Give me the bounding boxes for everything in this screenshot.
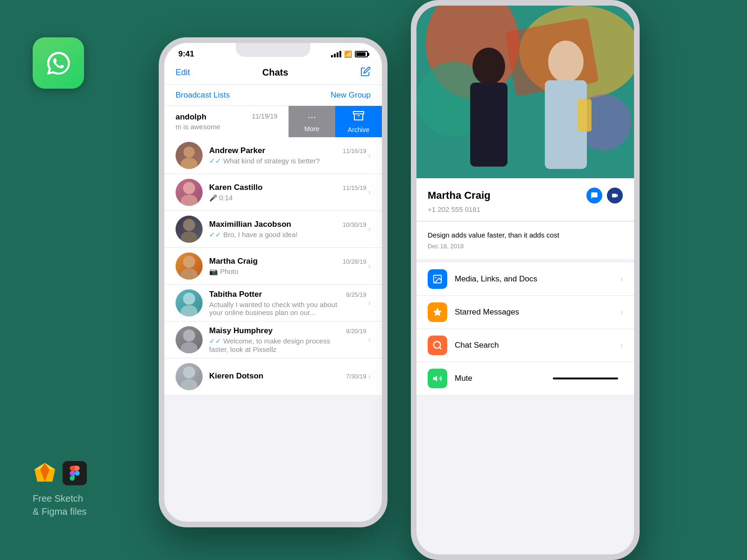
chevron-right-icon: › (368, 336, 371, 344)
list-item[interactable]: Karen Castillo 11/15/19 🎤 0:14 › (164, 174, 382, 211)
swipe-chat-content[interactable]: andolph 11/19/19 m is awesome (164, 106, 289, 137)
edit-button[interactable]: Edit (176, 68, 190, 77)
media-icon (428, 269, 447, 289)
svg-point-31 (548, 41, 584, 83)
chats-title: Chats (262, 67, 289, 78)
chat-body: Maisy Humphrey 8/20/19 ✓✓ Welcome, to ma… (209, 326, 366, 353)
chat-preview: Actually I wanted to check with you abou… (209, 301, 349, 316)
media-links-docs-item[interactable]: Media, Links, and Docs › (416, 263, 634, 296)
starred-messages-label: Starred Messages (455, 308, 519, 317)
search-icon (428, 336, 447, 355)
svg-point-22 (181, 379, 197, 390)
chat-search-item[interactable]: Chat Search › (416, 329, 634, 362)
chevron-right-icon: › (368, 372, 371, 381)
chevron-right-icon: › (368, 188, 371, 196)
chat-body: Maximillian Jacobson 10/30/19 ✓✓ Bro, I … (209, 220, 366, 239)
svg-point-9 (183, 147, 195, 158)
chat-date: 11/15/19 (343, 184, 366, 191)
avatar (176, 326, 203, 353)
nav-bar: Edit Chats (164, 63, 382, 85)
list-item[interactable]: Kieren Dotson 7/30/19 › (164, 358, 382, 395)
chat-list: Andrew Parker 11/16/19 ✓✓ What kind of s… (164, 137, 382, 395)
svg-point-15 (183, 256, 195, 268)
chat-body: Tabitha Potter 8/25/19 Actually I wanted… (209, 290, 366, 316)
contact-name: Martha Craig (428, 189, 490, 202)
chevron-right-icon: › (368, 225, 371, 233)
svg-point-12 (181, 195, 197, 206)
contact-phone: +1 202 555 0181 (428, 205, 623, 213)
contact-info-card: Martha Craig +1 202 555 0181 (416, 178, 634, 221)
chat-search-label: Chat Search (455, 341, 499, 350)
svg-point-29 (472, 48, 505, 85)
list-item[interactable]: Maximillian Jacobson 10/30/19 ✓✓ Bro, I … (164, 211, 382, 248)
svg-point-10 (181, 158, 197, 169)
avatar (176, 363, 203, 390)
chat-date: 8/20/19 (346, 328, 366, 335)
avatar (176, 179, 203, 206)
chat-preview: ✓✓ Welcome, to make design process faste… (209, 337, 349, 353)
chat-body: Martha Craig 10/28/19 📷 Photo (209, 257, 366, 276)
chat-preview: ✓✓ Bro, I have a good idea! (209, 231, 297, 238)
more-button[interactable]: ··· More (289, 106, 335, 137)
swipe-action-buttons: ··· More Archive (289, 106, 382, 137)
swipe-preview: m is awesome (176, 123, 277, 131)
list-item[interactable]: Tabitha Potter 8/25/19 Actually I wanted… (164, 285, 382, 322)
svg-marker-36 (433, 308, 442, 316)
star-icon (428, 302, 447, 322)
free-files-label: Free Sketch & Figma files (33, 492, 87, 518)
archive-button[interactable]: Archive (335, 106, 382, 137)
swipe-date: 11/19/19 (252, 112, 278, 122)
contact-action-icons (586, 188, 623, 203)
chevron-right-icon: › (620, 308, 623, 316)
chat-date: 10/28/19 (343, 258, 366, 265)
swipe-row: andolph 11/19/19 m is awesome ··· More (164, 106, 382, 137)
bottom-bar-indicator (553, 378, 618, 379)
compose-button[interactable] (360, 66, 371, 79)
contact-photo (416, 6, 634, 178)
svg-point-21 (183, 366, 195, 378)
new-group-button[interactable]: New Group (331, 91, 371, 100)
sketch-icon (33, 461, 57, 485)
figma-icon (63, 461, 87, 485)
svg-line-38 (439, 347, 441, 349)
list-item[interactable]: Maisy Humphrey 8/20/19 ✓✓ Welcome, to ma… (164, 322, 382, 358)
video-call-button[interactable] (607, 188, 623, 203)
more-label: More (304, 125, 319, 133)
broadcast-lists-button[interactable]: Broadcast Lists (176, 91, 230, 100)
quote-text: Design adds value faster, than it adds c… (428, 230, 623, 240)
chat-date: 7/30/19 (346, 373, 366, 380)
contact-options: Media, Links, and Docs › Starred Message… (416, 263, 634, 395)
avatar (176, 142, 203, 169)
contact-name: Maximillian Jacobson (209, 220, 291, 229)
svg-point-19 (183, 329, 195, 342)
starred-messages-item[interactable]: Starred Messages › (416, 296, 634, 329)
chat-date: 10/30/19 (343, 221, 366, 228)
quote-date: Dec 18, 2018 (428, 243, 623, 250)
svg-point-17 (183, 293, 195, 305)
list-item[interactable]: Andrew Parker 11/16/19 ✓✓ What kind of s… (164, 137, 382, 174)
message-button[interactable] (586, 188, 602, 203)
avatar (176, 252, 203, 280)
svg-point-20 (181, 342, 197, 353)
mute-item[interactable]: Mute (416, 362, 634, 395)
chat-body: Andrew Parker 11/16/19 ✓✓ What kind of s… (209, 146, 366, 165)
swipe-contact-name: andolph (176, 112, 206, 122)
bottom-branding: Free Sketch & Figma files (33, 461, 87, 518)
contact-name: Tabitha Potter (209, 290, 262, 299)
chat-date: 11/16/19 (343, 147, 366, 154)
phone1-notch (236, 43, 310, 57)
svg-point-13 (183, 219, 195, 231)
list-item[interactable]: Martha Craig 10/28/19 📷 Photo › (164, 248, 382, 285)
media-links-docs-label: Media, Links, and Docs (455, 274, 537, 284)
mute-icon (428, 369, 447, 388)
chat-preview: ✓✓ What kind of strategy is better? (209, 157, 320, 165)
svg-point-37 (434, 342, 441, 349)
wifi-icon: 📶 (344, 50, 352, 58)
chevron-right-icon: › (620, 275, 623, 283)
contact-name: Kieren Dotson (209, 371, 263, 381)
svg-rect-33 (578, 99, 592, 132)
contact-name: Karen Castillo (209, 183, 262, 192)
contact-name: Andrew Parker (209, 146, 265, 155)
svg-point-35 (435, 277, 437, 278)
mute-label: Mute (455, 374, 472, 383)
